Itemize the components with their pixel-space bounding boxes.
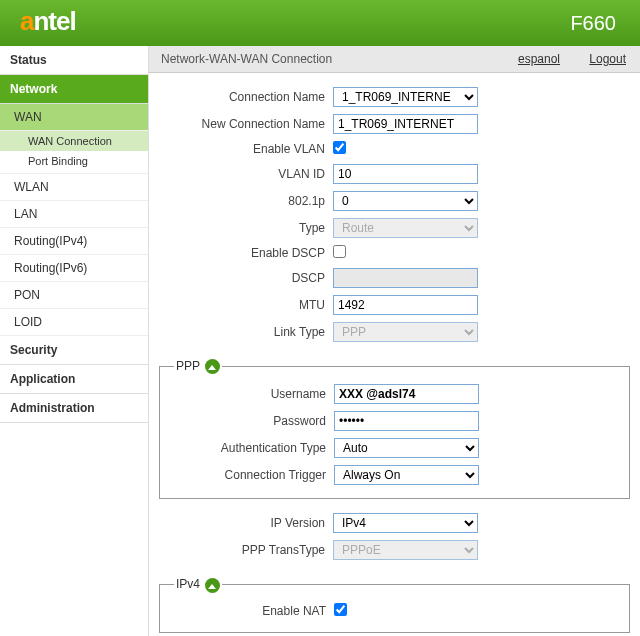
vlan-id-input[interactable] <box>333 164 478 184</box>
ipv4-legend: IPv4 <box>174 577 222 592</box>
enable-vlan-label: Enable VLAN <box>173 142 333 156</box>
password-label: Password <box>174 414 334 428</box>
nav-wan[interactable]: WAN <box>0 104 148 131</box>
ppp-fieldset: PPP Username Password Authentication Typ… <box>159 359 630 499</box>
ppp-legend: PPP <box>174 359 222 374</box>
ppp-transtype-select: PPPoE <box>333 540 478 560</box>
breadcrumb: Network-WAN-WAN Connection <box>161 52 332 66</box>
nav-wan-connection[interactable]: WAN Connection <box>0 131 148 151</box>
model-label: F660 <box>570 12 616 35</box>
connection-name-select[interactable]: 1_TR069_INTERNE <box>333 87 478 107</box>
auth-type-label: Authentication Type <box>174 441 334 455</box>
header: antel F660 <box>0 0 640 46</box>
nav-status[interactable]: Status <box>0 46 148 75</box>
enable-nat-checkbox[interactable] <box>334 603 347 616</box>
link-type-label: Link Type <box>173 325 333 339</box>
nav-lan[interactable]: LAN <box>0 201 148 228</box>
nav-network[interactable]: Network <box>0 75 148 104</box>
collapse-icon[interactable] <box>205 578 220 593</box>
connection-name-label: Connection Name <box>173 90 333 104</box>
nav-administration[interactable]: Administration <box>0 394 148 423</box>
collapse-icon[interactable] <box>205 359 220 374</box>
username-label: Username <box>174 387 334 401</box>
nav-application[interactable]: Application <box>0 365 148 394</box>
connection-trigger-label: Connection Trigger <box>174 468 334 482</box>
ip-version-label: IP Version <box>173 516 333 530</box>
dscp-label: DSCP <box>173 271 333 285</box>
auth-type-select[interactable]: Auto <box>334 438 479 458</box>
enable-vlan-checkbox[interactable] <box>333 141 346 154</box>
link-type-select: PPP <box>333 322 478 342</box>
enable-dscp-checkbox[interactable] <box>333 245 346 258</box>
logo: antel <box>20 6 76 37</box>
content: Network-WAN-WAN Connection espanol Logou… <box>149 46 640 636</box>
username-input[interactable] <box>334 384 479 404</box>
nav-loid[interactable]: LOID <box>0 309 148 336</box>
nav-routing-ipv4[interactable]: Routing(IPv4) <box>0 228 148 255</box>
nav-wlan[interactable]: WLAN <box>0 174 148 201</box>
8021p-select[interactable]: 0 <box>333 191 478 211</box>
new-connection-name-label: New Connection Name <box>173 117 333 131</box>
mtu-input[interactable] <box>333 295 478 315</box>
vlan-id-label: VLAN ID <box>173 167 333 181</box>
ipv4-fieldset: IPv4 Enable NAT <box>159 577 630 632</box>
8021p-label: 802.1p <box>173 194 333 208</box>
new-connection-name-input[interactable] <box>333 114 478 134</box>
nav-security[interactable]: Security <box>0 336 148 365</box>
titlebar: Network-WAN-WAN Connection espanol Logou… <box>149 46 640 73</box>
sidebar: Status Network WAN WAN Connection Port B… <box>0 46 149 636</box>
password-input[interactable] <box>334 411 479 431</box>
nav-port-binding[interactable]: Port Binding <box>0 151 148 171</box>
dscp-input <box>333 268 478 288</box>
enable-nat-label: Enable NAT <box>174 604 334 618</box>
enable-dscp-label: Enable DSCP <box>173 246 333 260</box>
ip-version-select[interactable]: IPv4 <box>333 513 478 533</box>
type-label: Type <box>173 221 333 235</box>
language-link[interactable]: espanol <box>518 52 560 66</box>
connection-trigger-select[interactable]: Always On <box>334 465 479 485</box>
type-select: Route <box>333 218 478 238</box>
nav-pon[interactable]: PON <box>0 282 148 309</box>
logout-link[interactable]: Logout <box>589 52 626 66</box>
ppp-transtype-label: PPP TransType <box>173 543 333 557</box>
nav-routing-ipv6[interactable]: Routing(IPv6) <box>0 255 148 282</box>
mtu-label: MTU <box>173 298 333 312</box>
